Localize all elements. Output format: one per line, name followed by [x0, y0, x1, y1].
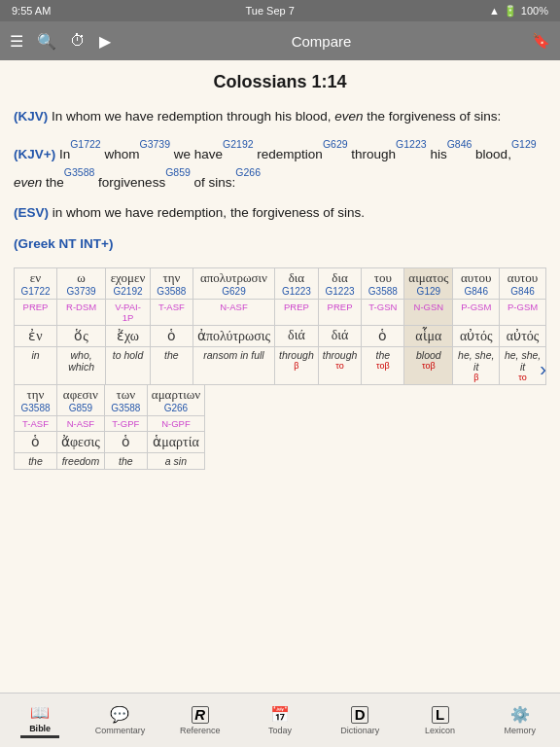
- strongs-link[interactable]: G129: [408, 286, 448, 297]
- tab-commentary-label: Commentary: [95, 726, 146, 735]
- strongs-link[interactable]: G3588: [155, 286, 189, 297]
- menu-icon[interactable]: ☰: [10, 32, 23, 51]
- tab-lexicon[interactable]: L Lexicon: [400, 702, 479, 739]
- table-cell[interactable]: διαG1223: [275, 268, 319, 300]
- status-right: ▲ 🔋 100%: [489, 5, 548, 18]
- kjv-tag[interactable]: (KJV): [14, 109, 48, 124]
- table-cell[interactable]: τηνG3588: [15, 385, 57, 416]
- nav-icons-left: ☰ 🔍 ⏱ ▶: [10, 32, 111, 51]
- strongs-g3588[interactable]: G3588: [64, 166, 95, 178]
- commentary-icon: 💬: [110, 705, 129, 724]
- strongs-g629[interactable]: G629: [323, 139, 348, 151]
- table-cell[interactable]: αυτουG846: [453, 268, 500, 300]
- table-cell: N-GPF: [147, 416, 204, 432]
- strongs-link[interactable]: G3739: [61, 286, 101, 297]
- strongs-link[interactable]: G3588: [109, 403, 143, 413]
- kjv-text: In whom we have redemption through his b…: [52, 109, 501, 124]
- strongs-link[interactable]: G2192: [110, 286, 146, 297]
- table-cell: ἄφεσις: [57, 432, 105, 453]
- table-cell: ὁ: [15, 432, 57, 453]
- table-row-parse: PREP R-DSM V-PAI-1P T-ASF N-ASF PREP PRE…: [15, 300, 546, 326]
- nav-title: Compare: [111, 33, 532, 50]
- table-cell[interactable]: τωνG3588: [104, 385, 147, 416]
- table-row-greek-text-2: ὁ ἄφεσις ὁ ἁμαρτία: [15, 432, 205, 453]
- search-icon[interactable]: 🔍: [37, 32, 56, 51]
- table-cell: in: [15, 347, 57, 385]
- table-cell: T-ASF: [15, 416, 57, 432]
- tab-commentary[interactable]: 💬 Commentary: [80, 701, 159, 739]
- dictionary-icon: D: [351, 706, 368, 724]
- tab-reference-label: Reference: [180, 726, 221, 735]
- strongs-g2192[interactable]: G2192: [223, 139, 254, 151]
- greek-tag-link[interactable]: (Greek NT INT+): [14, 236, 113, 251]
- esv-verse-block: (ESV) in whom we have redemption, the fo…: [14, 202, 546, 224]
- strongs-link[interactable]: G3588: [18, 403, 52, 413]
- strongs-link[interactable]: G3588: [366, 286, 400, 297]
- table-row-greek: ενG1722 ωG3739 εχομενG2192 τηνG3588 απολ…: [15, 268, 546, 300]
- status-time: 9:55 AM: [12, 5, 51, 17]
- nav-right-icon[interactable]: 🔖: [532, 32, 550, 50]
- tab-lexicon-label: Lexicon: [425, 726, 455, 735]
- table-cell[interactable]: αμαρτιωνG266: [147, 385, 204, 416]
- table-cell[interactable]: ενG1722: [15, 268, 57, 300]
- strongs-g846a[interactable]: G846: [447, 139, 472, 151]
- table-cell: the: [150, 347, 192, 385]
- strongs-link[interactable]: G1223: [323, 286, 358, 297]
- table-cell: throughτο: [318, 347, 362, 385]
- table-cell[interactable]: διαG1223: [318, 268, 362, 300]
- table-cell-highlight: N-GSN: [404, 300, 453, 326]
- strongs-link[interactable]: G1722: [18, 286, 52, 297]
- table-cell: αὐτός: [500, 326, 546, 347]
- table-cell: ransom in full: [192, 347, 274, 385]
- play-icon[interactable]: ▶: [99, 32, 111, 51]
- esv-tag[interactable]: (ESV): [14, 205, 49, 220]
- table-cell: PREP: [15, 300, 57, 326]
- kjvplus-tag[interactable]: (KJV+): [14, 147, 55, 161]
- table-cell: N-ASF: [57, 416, 105, 432]
- tab-memory[interactable]: ⚙️ Memory: [480, 701, 560, 739]
- history-icon[interactable]: ⏱: [70, 32, 86, 50]
- table-cell: he, she, itτο: [500, 347, 546, 385]
- tab-dictionary[interactable]: D Dictionary: [320, 702, 400, 739]
- strongs-link[interactable]: G266: [152, 403, 200, 413]
- table-cell: αὐτός: [453, 326, 500, 347]
- greek-table-wrap: ενG1722 ωG3739 εχομενG2192 τηνG3588 απολ…: [14, 267, 546, 470]
- table-cell: theτοβ: [362, 347, 404, 385]
- nav-bar: ☰ 🔍 ⏱ ▶ Compare 🔖: [0, 21, 560, 60]
- table-cell[interactable]: εχομενG2192: [106, 268, 151, 300]
- strongs-link[interactable]: G629: [197, 286, 270, 297]
- strongs-link[interactable]: G1223: [279, 286, 314, 297]
- strongs-g266[interactable]: G266: [235, 166, 261, 178]
- strongs-link[interactable]: G846: [504, 286, 542, 297]
- tab-bible[interactable]: 📖 Bible: [0, 699, 80, 742]
- strongs-g3739a[interactable]: G3739: [139, 139, 170, 151]
- strongs-g859[interactable]: G859: [165, 166, 191, 178]
- table-cell: he, she, itβ: [453, 347, 500, 385]
- kjvplus-text: InG1722 whomG3739 we haveG2192 redemptio…: [14, 147, 537, 190]
- table-cell[interactable]: απολυτρωσινG629: [192, 268, 274, 300]
- kjvplus-verse-block: (KJV+) InG1722 whomG3739 we haveG2192 re…: [14, 137, 546, 194]
- strongs-g1722[interactable]: G1722: [70, 139, 101, 151]
- table-cell[interactable]: τουG3588: [362, 268, 404, 300]
- table-cell[interactable]: τηνG3588: [150, 268, 192, 300]
- strongs-g129[interactable]: G129: [511, 139, 537, 151]
- table-cell: ἁμαρτία: [147, 432, 204, 453]
- bible-icon: 📖: [30, 703, 50, 722]
- table-cell[interactable]: ωG3739: [57, 268, 106, 300]
- battery-level: 100%: [521, 5, 548, 17]
- table-cell[interactable]: αυτουG846: [500, 268, 546, 300]
- table-cell-highlight[interactable]: αιματοςG129: [404, 268, 453, 300]
- table-cell: PREP: [275, 300, 319, 326]
- table-cell[interactable]: αφεσινG859: [57, 385, 105, 416]
- table-cell: N-ASF: [192, 300, 274, 326]
- battery-icon: 🔋: [504, 5, 517, 18]
- strongs-link[interactable]: G846: [457, 286, 495, 297]
- memory-icon: ⚙️: [510, 705, 530, 724]
- tab-today[interactable]: 📅 Today: [240, 701, 320, 739]
- table-cell: PREP: [318, 300, 362, 326]
- tab-reference[interactable]: R Reference: [160, 702, 240, 739]
- wifi-icon: ▲: [489, 5, 500, 17]
- next-page-arrow[interactable]: ›: [540, 358, 546, 380]
- strongs-g1223[interactable]: G1223: [396, 139, 427, 151]
- strongs-link[interactable]: G859: [61, 403, 100, 413]
